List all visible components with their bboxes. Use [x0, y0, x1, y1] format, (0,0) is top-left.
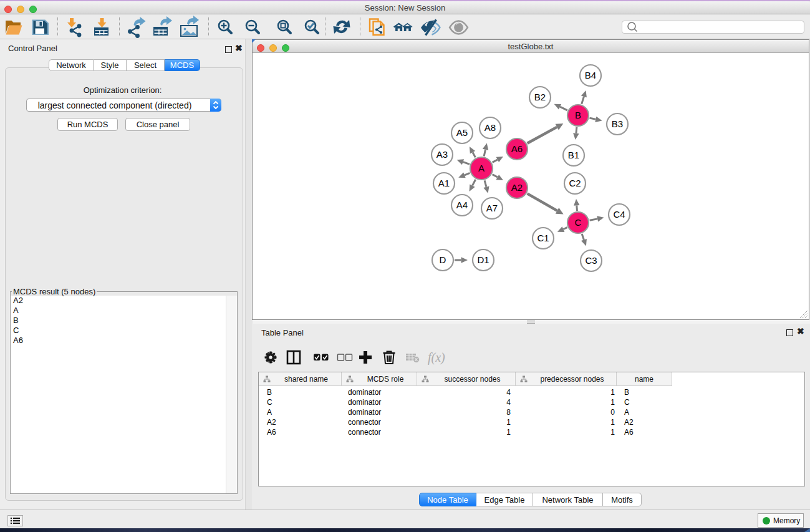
svg-text:A3: A3	[436, 149, 448, 160]
svg-text:C4: C4	[613, 209, 625, 220]
svg-text:A7: A7	[486, 203, 498, 213]
svg-text:B4: B4	[585, 70, 596, 80]
svg-text:B3: B3	[612, 118, 623, 129]
svg-text:B2: B2	[534, 92, 546, 102]
svg-text:A5: A5	[456, 127, 468, 138]
svg-text:C: C	[575, 217, 582, 228]
svg-text:C3: C3	[585, 255, 597, 266]
svg-text:C2: C2	[569, 178, 581, 188]
svg-text:A8: A8	[485, 122, 496, 133]
svg-text:A: A	[478, 163, 485, 173]
svg-text:A1: A1	[438, 178, 450, 188]
svg-text:A6: A6	[511, 143, 523, 154]
svg-text:C1: C1	[537, 233, 549, 243]
svg-text:A4: A4	[456, 200, 468, 210]
svg-text:A2: A2	[511, 182, 523, 193]
svg-text:D1: D1	[477, 254, 489, 265]
svg-text:B: B	[575, 110, 581, 120]
svg-text:D: D	[440, 254, 446, 265]
svg-text:B1: B1	[568, 150, 579, 160]
svg-text:f(x): f(x)	[428, 351, 445, 365]
